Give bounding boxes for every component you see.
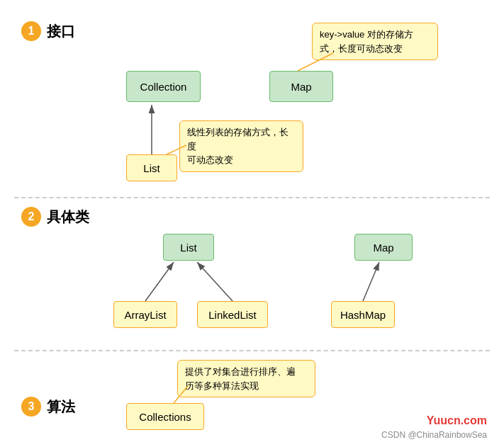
- divider2: [14, 350, 490, 351]
- section2-num: 2: [21, 207, 41, 227]
- hashmap-box: HashMap: [331, 301, 395, 328]
- map-s1-box: Map: [269, 71, 333, 102]
- diagram-area: 1 接口 Collection Map key->value 对的存储方 式，长…: [0, 0, 504, 447]
- map-s2-box: Map: [354, 234, 413, 261]
- section3-num: 3: [21, 397, 41, 417]
- svg-line-5: [197, 262, 233, 301]
- watermark: Yuucn.com: [427, 414, 487, 427]
- map-callout: key->value 对的存储方 式，长度可动态改变: [312, 23, 438, 60]
- list-s2-box: List: [163, 234, 214, 261]
- collections-box: Collections: [126, 403, 204, 430]
- section1-label: 1 接口: [21, 21, 75, 41]
- csdn-credit: CSDN @ChinaRainbowSea: [381, 430, 487, 440]
- section2-label: 2 具体类: [21, 207, 89, 227]
- svg-line-4: [145, 262, 174, 301]
- collection-box: Collection: [126, 71, 201, 102]
- list-callout: 线性列表的存储方式，长度 可动态改变: [179, 120, 303, 172]
- linkedlist-box: LinkedList: [197, 301, 268, 328]
- list-s1-box: List: [126, 154, 177, 181]
- section3-label: 3 算法: [21, 397, 75, 417]
- divider1: [14, 197, 490, 198]
- collections-callout: 提供了对集合进行排序、遍 历等多种算法实现: [177, 360, 315, 397]
- svg-line-6: [363, 262, 379, 301]
- section1-num: 1: [21, 21, 41, 41]
- arraylist-box: ArrayList: [113, 301, 177, 328]
